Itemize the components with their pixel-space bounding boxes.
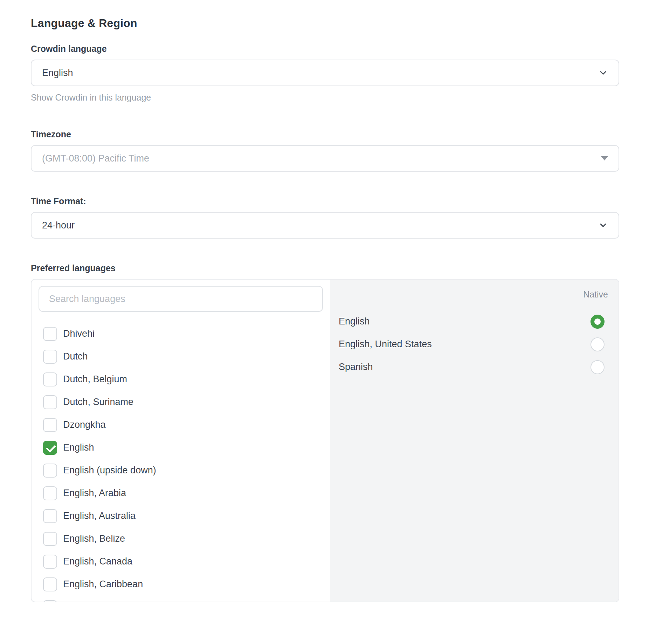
caret-down-icon — [601, 156, 608, 160]
timezone-value: (GMT-08:00) Pacific Time — [42, 153, 601, 164]
native-option-label: Spanish — [339, 362, 591, 372]
native-radio[interactable] — [591, 337, 605, 351]
native-option-row[interactable]: English — [330, 310, 619, 333]
language-option-row[interactable]: Dutch — [39, 345, 323, 368]
language-checkbox-list: Dhivehi Dutch Dutch, Belgium Dutch, Suri… — [39, 322, 323, 602]
language-checkbox[interactable] — [43, 395, 57, 409]
language-checkbox[interactable] — [43, 418, 57, 432]
language-checkbox[interactable] — [43, 464, 57, 478]
page-title: Language & Region — [31, 17, 650, 30]
native-option-label: English — [339, 316, 591, 327]
language-region-settings: Language & Region Crowdin language Engli… — [0, 0, 650, 602]
time-format-select[interactable]: 24-hour — [31, 212, 619, 239]
language-option-label: English — [63, 442, 94, 453]
language-option-label: English, Canada — [63, 556, 132, 567]
language-option-row[interactable]: Dutch, Suriname — [39, 391, 323, 413]
native-radio[interactable] — [591, 315, 605, 329]
language-checkbox[interactable] — [43, 327, 57, 341]
native-radio[interactable] — [591, 360, 605, 374]
native-option-row[interactable]: Spanish — [330, 356, 619, 378]
language-option-row[interactable]: Dutch, Belgium — [39, 368, 323, 391]
language-option-label: Dutch, Suriname — [63, 397, 133, 407]
language-checkbox[interactable] — [43, 532, 57, 546]
language-checkbox[interactable] — [43, 350, 57, 364]
chevron-down-icon — [598, 68, 608, 78]
crowdin-language-label: Crowdin language — [31, 44, 650, 54]
language-option-label: Dhivehi — [63, 328, 95, 339]
language-option-label: English, Belize — [63, 533, 125, 544]
language-option-row[interactable]: English, Canada — [39, 550, 323, 573]
timezone-label: Timezone — [31, 129, 650, 139]
language-search-column: Dhivehi Dutch Dutch, Belgium Dutch, Suri… — [32, 280, 330, 602]
language-option-row[interactable]: English, Arabia — [39, 482, 323, 505]
language-checkbox[interactable] — [43, 600, 57, 603]
language-checkbox[interactable] — [43, 486, 57, 500]
language-checkbox[interactable] — [43, 555, 57, 569]
preferred-languages-panel: Dhivehi Dutch Dutch, Belgium Dutch, Suri… — [31, 279, 619, 602]
preferred-languages-label: Preferred languages — [31, 263, 650, 273]
language-checkbox[interactable] — [43, 441, 57, 455]
native-radio-list: English English, United States Spanish — [330, 310, 619, 378]
native-language-column: Native English English, United States Sp… — [330, 280, 619, 602]
native-column-header: Native — [330, 289, 619, 300]
language-option-row[interactable]: English, China — [39, 596, 323, 602]
search-languages-input[interactable] — [39, 286, 323, 312]
language-option-label: English, Australia — [63, 511, 136, 521]
language-checkbox[interactable] — [43, 509, 57, 523]
language-option-label: Dzongkha — [63, 419, 106, 430]
native-option-label: English, United States — [339, 339, 591, 350]
timezone-select[interactable]: (GMT-08:00) Pacific Time — [31, 145, 619, 172]
language-option-row[interactable]: English, Belize — [39, 527, 323, 550]
language-option-row[interactable]: English, Australia — [39, 505, 323, 527]
language-option-label: Dutch, Belgium — [63, 374, 127, 385]
language-option-row[interactable]: Dhivehi — [39, 322, 323, 345]
time-format-value: 24-hour — [42, 220, 598, 231]
language-option-label: English, Caribbean — [63, 579, 143, 590]
language-checkbox[interactable] — [43, 372, 57, 386]
language-option-label: English (upside down) — [63, 465, 156, 476]
crowdin-language-value: English — [42, 68, 598, 78]
crowdin-language-select[interactable]: English — [31, 60, 619, 86]
language-checkbox[interactable] — [43, 577, 57, 591]
language-option-label: English, China — [63, 602, 124, 602]
native-option-row[interactable]: English, United States — [330, 333, 619, 356]
language-option-label: Dutch — [63, 351, 88, 362]
time-format-label: Time Format: — [31, 196, 650, 206]
language-option-row[interactable]: Dzongkha — [39, 413, 323, 436]
crowdin-language-helper: Show Crowdin in this language — [31, 93, 650, 103]
language-option-row[interactable]: English, Caribbean — [39, 573, 323, 596]
language-option-row[interactable]: English — [39, 436, 323, 459]
language-option-row[interactable]: English (upside down) — [39, 459, 323, 482]
language-option-label: English, Arabia — [63, 488, 126, 499]
chevron-down-icon — [598, 220, 608, 230]
